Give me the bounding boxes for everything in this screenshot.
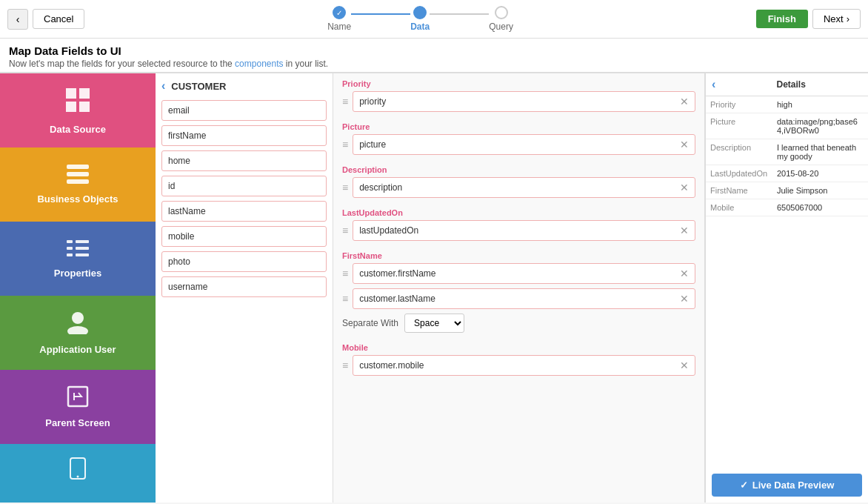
mapping-label-lastUpdatedOn: LastUpdatedOn	[342, 208, 695, 217]
preview-row: DescriptionI learned that beneath my goo…	[706, 139, 868, 165]
svg-rect-0	[66, 88, 76, 99]
finish-button[interactable]: Finish	[756, 10, 808, 28]
page-header: Map Data Fields to UI Now let's map the …	[0, 39, 868, 72]
sidebar-item-mobile-screen[interactable]	[0, 444, 156, 503]
drag-handle-icon[interactable]: ≡	[342, 139, 348, 150]
resource-link[interactable]: components	[235, 59, 283, 69]
svg-rect-1	[79, 88, 90, 99]
preview-title: Details	[720, 79, 862, 90]
live-data-check-icon: ✓	[740, 480, 748, 491]
preview-row-value: high	[772, 96, 868, 113]
field-item[interactable]: mobile	[161, 226, 327, 247]
sidebar-item-properties[interactable]: Properties	[0, 222, 156, 296]
sidebar-item-data-source[interactable]: Data Source	[0, 73, 156, 147]
mapping-field: lastUpdatedOn✕	[353, 220, 695, 241]
field-item[interactable]: id	[161, 176, 327, 196]
preview-row-value: data:image/png;base64,iVBORw0	[772, 113, 868, 139]
step-data: Data	[410, 6, 430, 32]
center-panel: ‹ CUSTOMER emailfirstNamehomeidlastNamem…	[156, 73, 705, 503]
mobile-screen-icon	[69, 457, 87, 485]
remove-mapping-button[interactable]: ✕	[680, 96, 689, 107]
drag-handle-icon[interactable]: ≡	[342, 293, 348, 305]
fields-back-arrow[interactable]: ‹	[161, 79, 165, 93]
preview-row-key: Priority	[706, 96, 772, 113]
preview-row-key: LastUpdatedOn	[706, 165, 772, 182]
svg-rect-5	[67, 172, 89, 176]
mapping-label-priority: Priority	[342, 79, 695, 88]
separate-with-label: Separate With	[342, 318, 398, 328]
svg-rect-2	[66, 102, 76, 112]
remove-mapping-button[interactable]: ✕	[680, 268, 689, 279]
stepper: Name Data Query	[327, 6, 513, 32]
svg-point-18	[77, 476, 79, 478]
mapping-field: priority✕	[353, 91, 695, 112]
mapping-field: customer.firstName✕	[353, 263, 695, 284]
application-user-icon	[67, 311, 89, 339]
sidebar-label-properties: Properties	[54, 268, 101, 279]
fields-panel-header: ‹ CUSTOMER	[161, 79, 327, 93]
drag-handle-icon[interactable]: ≡	[342, 182, 348, 193]
drag-handle-icon[interactable]: ≡	[342, 96, 348, 107]
mapping-field-value: priority	[359, 96, 386, 107]
field-item[interactable]: lastName	[161, 201, 327, 222]
mapping-field: description✕	[353, 177, 695, 198]
step-line-1	[351, 13, 410, 15]
remove-mapping-button[interactable]: ✕	[680, 182, 689, 193]
main-layout: Data Source Business Objects	[0, 73, 868, 503]
sidebar-label-data-source: Data Source	[50, 124, 106, 135]
top-bar-left: ‹ Cancel	[7, 9, 84, 30]
next-icon: ›	[847, 13, 849, 24]
mapping-section-firstName: FirstName≡customer.firstName✕≡customer.l…	[342, 251, 695, 333]
preview-table: PriorityhighPicturedata:image/png;base64…	[706, 96, 868, 468]
field-item[interactable]: username	[161, 276, 327, 297]
preview-row-value: Julie Simpson	[772, 182, 868, 199]
svg-rect-10	[76, 247, 89, 250]
data-source-icon	[64, 87, 91, 119]
mapping-row: ≡picture✕	[342, 134, 695, 155]
live-data-preview-button[interactable]: ✓ Live Data Preview	[712, 474, 862, 497]
drag-handle-icon[interactable]: ≡	[342, 225, 348, 236]
sidebar-item-application-user[interactable]: Application User	[0, 296, 156, 370]
remove-mapping-button[interactable]: ✕	[680, 359, 689, 371]
next-label: Next	[824, 13, 844, 24]
preview-row: Picturedata:image/png;base64,iVBORw0	[706, 113, 868, 139]
sidebar-item-parent-screen[interactable]: Parent Screen	[0, 370, 156, 444]
svg-rect-8	[76, 240, 89, 243]
step-line-2	[430, 13, 489, 15]
mapping-section-description: Description≡description✕	[342, 165, 695, 198]
drag-handle-icon[interactable]: ≡	[342, 268, 348, 279]
preview-row: FirstNameJulie Simpson	[706, 182, 868, 199]
separate-with-select[interactable]: SpaceCommaNone	[404, 314, 464, 333]
sidebar: Data Source Business Objects	[0, 73, 156, 503]
back-button[interactable]: ‹	[7, 9, 28, 30]
preview-row: Priorityhigh	[706, 96, 868, 113]
mapping-label-picture: Picture	[342, 122, 695, 131]
step-data-label: Data	[410, 21, 430, 32]
mapping-field: customer.mobile✕	[353, 355, 695, 376]
remove-mapping-button[interactable]: ✕	[680, 225, 689, 236]
svg-rect-6	[67, 179, 89, 184]
drag-handle-icon[interactable]: ≡	[342, 359, 348, 371]
field-item[interactable]: photo	[161, 251, 327, 272]
remove-mapping-button[interactable]: ✕	[680, 139, 689, 150]
preview-panel: ‹ Details PriorityhighPicturedata:image/…	[705, 73, 868, 503]
svg-rect-9	[67, 247, 73, 250]
svg-rect-12	[76, 253, 89, 256]
preview-row-key: Description	[706, 139, 772, 165]
mapping-field-value: customer.lastName	[359, 294, 435, 304]
mapping-field: customer.lastName✕	[353, 288, 695, 309]
preview-back-arrow[interactable]: ‹	[712, 78, 715, 91]
preview-header: ‹ Details	[706, 73, 868, 96]
cancel-button[interactable]: Cancel	[33, 9, 84, 29]
top-bar-right: Finish Next ›	[756, 9, 861, 29]
field-item[interactable]: firstName	[161, 125, 327, 146]
next-button[interactable]: Next ›	[812, 9, 861, 29]
field-item[interactable]: email	[161, 100, 327, 121]
remove-mapping-button[interactable]: ✕	[680, 293, 689, 305]
mapping-label-mobile: Mobile	[342, 343, 695, 352]
svg-rect-11	[67, 253, 73, 256]
preview-row-key: Mobile	[706, 199, 772, 216]
field-item[interactable]: home	[161, 150, 327, 171]
preview-table-rows: PriorityhighPicturedata:image/png;base64…	[706, 96, 868, 216]
sidebar-item-business-objects[interactable]: Business Objects	[0, 147, 156, 222]
